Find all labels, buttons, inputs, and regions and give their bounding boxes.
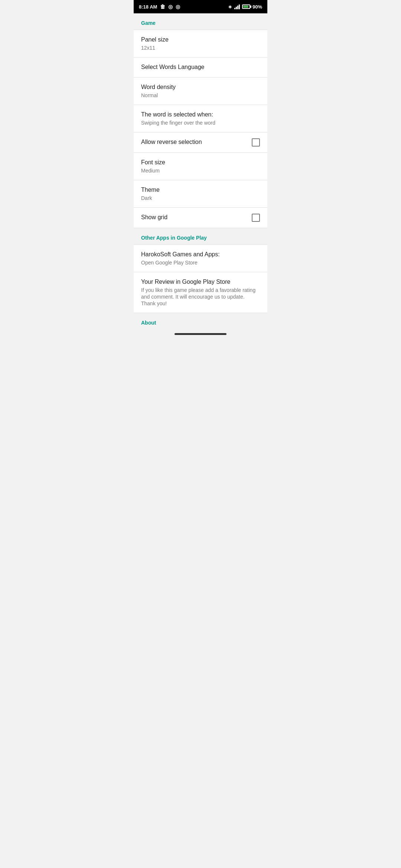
game-section-header: Game <box>134 13 267 30</box>
battery-icon <box>242 4 250 9</box>
font-size-subtitle: Medium <box>141 167 260 174</box>
status-bar: 8:18 AM 🗑 ◎ ◎ ∗ 90% <box>134 0 267 13</box>
your-review-title: Your Review in Google Play Store <box>141 278 260 286</box>
status-bar-right: ∗ 90% <box>228 4 262 10</box>
bluetooth-icon: ∗ <box>228 4 232 10</box>
allow-reverse-selection-checkbox[interactable] <box>252 138 260 147</box>
other-apps-items-wrapper: HarokoSoft Games and Apps: Open Google P… <box>134 244 267 313</box>
game-items-wrapper: Panel size 12x11 Select Words Language W… <box>134 30 267 228</box>
your-review-subtitle: If you like this game please add a favor… <box>141 287 260 307</box>
home-indicator <box>134 329 267 338</box>
notification-icon-1: ◎ <box>168 4 173 10</box>
your-review-item[interactable]: Your Review in Google Play Store If you … <box>134 272 267 313</box>
theme-subtitle: Dark <box>141 195 260 201</box>
harokosoft-item[interactable]: HarokoSoft Games and Apps: Open Google P… <box>134 245 267 272</box>
word-density-item[interactable]: Word density Normal <box>134 78 267 105</box>
show-grid-title: Show grid <box>141 214 252 221</box>
battery-percent: 90% <box>252 4 262 10</box>
font-size-item[interactable]: Font size Medium <box>134 153 267 180</box>
about-section-header: About <box>134 313 267 329</box>
word-density-subtitle: Normal <box>141 92 260 99</box>
other-apps-section: Other Apps in Google Play HarokoSoft Gam… <box>134 228 267 313</box>
notification-icon-2: ◎ <box>176 4 180 10</box>
theme-item[interactable]: Theme Dark <box>134 180 267 208</box>
panel-size-item[interactable]: Panel size 12x11 <box>134 30 267 57</box>
about-section: About <box>134 313 267 329</box>
other-apps-section-header: Other Apps in Google Play <box>134 228 267 244</box>
show-grid-checkbox[interactable] <box>252 214 260 222</box>
allow-reverse-selection-item[interactable]: Allow reverse selection <box>134 132 267 153</box>
theme-title: Theme <box>141 186 260 194</box>
game-section: Game Panel size 12x11 Select Words Langu… <box>134 13 267 228</box>
time-display: 8:18 AM <box>139 4 157 10</box>
settings-content: Game Panel size 12x11 Select Words Langu… <box>134 13 267 329</box>
font-size-title: Font size <box>141 159 260 167</box>
word-selected-when-subtitle: Swiping the finger over the word <box>141 119 260 126</box>
show-grid-item[interactable]: Show grid <box>134 208 267 228</box>
home-bar <box>175 333 226 335</box>
panel-size-subtitle: 12x11 <box>141 45 260 51</box>
trash-icon: 🗑 <box>160 4 165 10</box>
allow-reverse-selection-title: Allow reverse selection <box>141 138 252 146</box>
panel-size-title: Panel size <box>141 36 260 44</box>
select-words-language-item[interactable]: Select Words Language <box>134 57 267 78</box>
word-selected-when-item[interactable]: The word is selected when: Swiping the f… <box>134 105 267 132</box>
word-density-title: Word density <box>141 83 260 91</box>
select-words-language-title: Select Words Language <box>141 63 260 71</box>
harokosoft-title: HarokoSoft Games and Apps: <box>141 251 260 259</box>
status-bar-left: 8:18 AM 🗑 ◎ ◎ <box>139 4 180 10</box>
harokosoft-subtitle: Open Google Play Store <box>141 259 260 266</box>
signal-bars <box>234 4 240 9</box>
word-selected-when-title: The word is selected when: <box>141 111 260 119</box>
